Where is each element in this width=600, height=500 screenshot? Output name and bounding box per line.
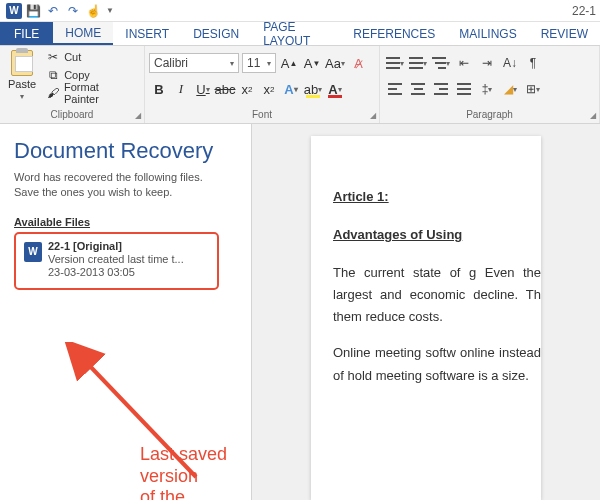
paste-dropdown-icon[interactable]: ▾: [20, 92, 24, 101]
doc-heading-2: Advantages of Using: [333, 224, 541, 246]
borders-button[interactable]: ⊞▾: [522, 78, 544, 100]
cut-icon: ✂: [46, 50, 60, 64]
tab-mailings[interactable]: MAILINGS: [447, 22, 528, 45]
recovery-title: Document Recovery: [14, 138, 237, 164]
align-left-button[interactable]: [384, 78, 406, 100]
annotation-text: Last saved version of the document: [140, 444, 251, 500]
tab-file[interactable]: FILE: [0, 22, 53, 45]
underline-button[interactable]: U▾: [193, 78, 213, 100]
tab-page-layout[interactable]: PAGE LAYOUT: [251, 22, 341, 45]
font-size-select[interactable]: 11 ▾: [242, 53, 276, 73]
cut-label: Cut: [64, 51, 81, 63]
align-center-button[interactable]: [407, 78, 429, 100]
change-case-button[interactable]: Aa▾: [325, 52, 345, 74]
decrease-indent-button[interactable]: ⇤: [453, 52, 475, 74]
shrink-font-button[interactable]: A▼: [302, 52, 322, 74]
clear-formatting-button[interactable]: A̷: [348, 52, 368, 74]
touch-mode-icon[interactable]: ☝: [84, 2, 102, 20]
format-painter-icon: 🖌: [46, 86, 60, 100]
undo-icon[interactable]: ↶: [44, 2, 62, 20]
grow-font-button[interactable]: A▲: [279, 52, 299, 74]
tab-references[interactable]: REFERENCES: [341, 22, 447, 45]
font-family-value: Calibri: [154, 56, 188, 70]
tab-review[interactable]: REVIEW: [529, 22, 600, 45]
align-right-button[interactable]: [430, 78, 452, 100]
word-doc-icon: W: [24, 242, 42, 262]
sort-button[interactable]: A↓: [499, 52, 521, 74]
word-app-icon: W: [6, 3, 22, 19]
doc-paragraph-2: Online meeting softw online instead of h…: [333, 342, 541, 386]
recovery-file-item[interactable]: W 22-1 [Original] Version created last t…: [14, 232, 219, 290]
recovery-subtitle-2: Save the ones you wish to keep.: [14, 185, 237, 200]
recovery-file-name: 22-1 [Original]: [48, 240, 184, 252]
chevron-down-icon: ▾: [267, 59, 271, 68]
tab-design[interactable]: DESIGN: [181, 22, 251, 45]
group-label-paragraph: Paragraph: [384, 107, 595, 123]
annotation-line1: Last saved version: [140, 444, 251, 487]
redo-icon[interactable]: ↷: [64, 2, 82, 20]
font-family-select[interactable]: Calibri ▾: [149, 53, 239, 73]
font-launcher-icon[interactable]: ◢: [370, 111, 376, 120]
document-recovery-pane: Document Recovery Word has recovered the…: [0, 124, 252, 500]
italic-button[interactable]: I: [171, 78, 191, 100]
group-label-clipboard: Clipboard: [4, 107, 140, 123]
recovery-subtitle-1: Word has recovered the following files.: [14, 170, 237, 185]
bold-button[interactable]: B: [149, 78, 169, 100]
justify-button[interactable]: [453, 78, 475, 100]
doc-paragraph-1: The current state of g Even the largest …: [333, 262, 541, 328]
annotation-line2: of the document: [140, 487, 251, 500]
chevron-down-icon: ▾: [230, 59, 234, 68]
recovery-file-date: 23-03-2013 03:05: [48, 266, 184, 278]
tab-home[interactable]: HOME: [53, 22, 113, 45]
ribbon: Paste ▾ ✂ Cut ⧉ Copy 🖌 Format Painter Cl…: [0, 46, 600, 124]
increase-indent-button[interactable]: ⇥: [476, 52, 498, 74]
shading-button[interactable]: ◢▾: [499, 78, 521, 100]
qat-customize-dropdown[interactable]: ▼: [106, 6, 114, 15]
clipboard-launcher-icon[interactable]: ◢: [135, 111, 141, 120]
show-marks-button[interactable]: ¶: [522, 52, 544, 74]
paragraph-launcher-icon[interactable]: ◢: [590, 111, 596, 120]
font-size-value: 11: [247, 56, 260, 70]
strikethrough-button[interactable]: abc: [215, 78, 235, 100]
bullets-button[interactable]: ▾: [384, 52, 406, 74]
paste-label: Paste: [8, 78, 36, 90]
group-label-font: Font: [149, 107, 375, 123]
subscript-button[interactable]: x2: [237, 78, 257, 100]
document-title: 22-1: [572, 4, 596, 18]
paste-button[interactable]: Paste ▾: [4, 48, 40, 103]
font-color-button[interactable]: A▾: [325, 78, 345, 100]
document-area[interactable]: Article 1: Advantages of Using The curre…: [252, 124, 600, 500]
cut-button[interactable]: ✂ Cut: [42, 48, 140, 66]
available-files-label: Available Files: [14, 216, 237, 228]
text-effects-button[interactable]: A▾: [281, 78, 301, 100]
document-page[interactable]: Article 1: Advantages of Using The curre…: [311, 136, 541, 500]
line-spacing-button[interactable]: ‡▾: [476, 78, 498, 100]
save-icon[interactable]: 💾: [24, 2, 42, 20]
doc-heading-1: Article 1:: [333, 186, 541, 208]
numbering-button[interactable]: ▾: [407, 52, 429, 74]
recovery-file-desc: Version created last time t...: [48, 253, 184, 265]
tab-insert[interactable]: INSERT: [113, 22, 181, 45]
paste-icon: [11, 50, 33, 76]
format-painter-button[interactable]: 🖌 Format Painter: [42, 84, 140, 102]
format-painter-label: Format Painter: [64, 81, 136, 105]
copy-icon: ⧉: [46, 68, 60, 82]
highlight-button[interactable]: ab▾: [303, 78, 323, 100]
ribbon-tabs: FILE HOME INSERT DESIGN PAGE LAYOUT REFE…: [0, 22, 600, 46]
multilevel-list-button[interactable]: ▾: [430, 52, 452, 74]
superscript-button[interactable]: x2: [259, 78, 279, 100]
copy-label: Copy: [64, 69, 90, 81]
